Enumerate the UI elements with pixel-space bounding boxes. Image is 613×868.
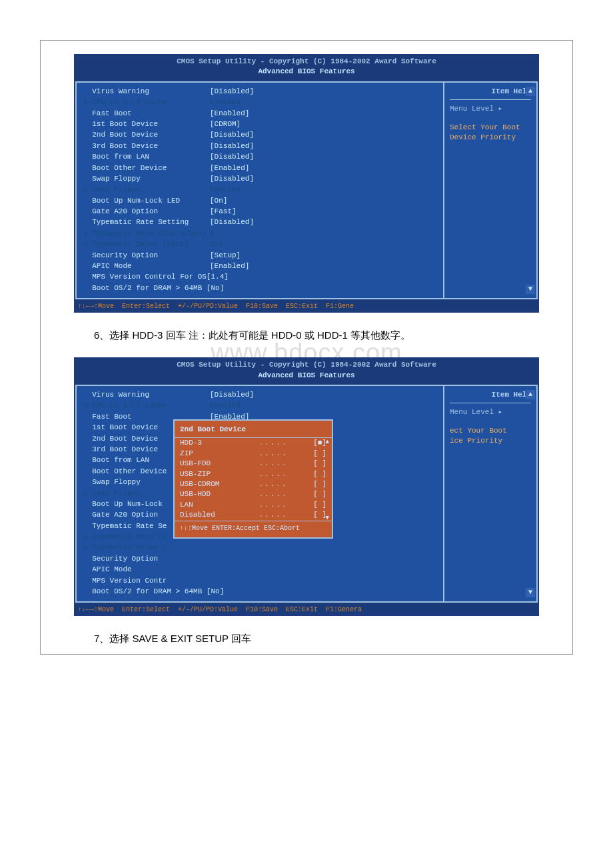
bios-help-panel: Item Help Menu Level ▸ Select Your Boot …	[443, 83, 536, 298]
bios-setting-row[interactable]: Boot OS/2 for DRAM > 64MB [No]	[83, 283, 436, 293]
popup-option[interactable]: Disabled.....[ ]	[175, 510, 332, 520]
setting-label: Fast Boot	[83, 109, 210, 119]
setting-label: Typematic Rate Setting	[83, 217, 210, 227]
bios-help-panel: Item Help Menu Level ▸ ect Your Boot ice…	[443, 386, 536, 601]
document-page: CMOS Setup Utility - Copyright (C) 1984-…	[40, 40, 573, 655]
scroll-up-icon[interactable]: ▲	[526, 87, 535, 96]
setting-value: [On]	[210, 196, 227, 206]
option-name: USB-CDROM	[180, 479, 240, 489]
setting-value: [Disabled]	[210, 390, 254, 400]
bios-setting-row[interactable]: MPS Version Control For OS[1.4]	[83, 272, 436, 282]
setting-label: Boot OS/2 for DRAM > 64MB [No]	[83, 587, 210, 597]
popup-option[interactable]: USB-CDROM.....[ ]	[175, 479, 332, 489]
option-dots: .....	[240, 489, 306, 499]
help-text-line2: ice Priority	[450, 436, 531, 446]
bios-setting-row[interactable]: Virus Warning[Disabled]	[83, 87, 436, 97]
bios-setting-row[interactable]: APIC Mode	[83, 565, 436, 575]
popup-option[interactable]: USB-FDD.....[ ]	[175, 459, 332, 469]
popup-title: 2nd Boot Device	[175, 425, 332, 438]
bios-footer-keys: ↑↓←→:Move Enter:Select +/-/PU/PD:Value F…	[74, 301, 539, 313]
option-name: Disabled	[180, 510, 240, 520]
option-dots: .....	[240, 438, 306, 448]
bios-title-line1: CMOS Setup Utility - Copyright (C) 1984-…	[74, 360, 539, 370]
bios-setting-row[interactable]: Boot from LAN[Disabled]	[83, 152, 436, 162]
popup-option[interactable]: USB-HDD.....[ ]	[175, 489, 332, 499]
setting-label: 1st Boot Device	[83, 119, 210, 129]
bios-setting-row[interactable]: Security Option[Setup]	[83, 251, 436, 261]
bios-body: Virus Warning[Disabled]x CPU L1 & L2 Cac…	[75, 81, 538, 299]
bios-setting-row[interactable]: Boot OS/2 for DRAM > 64MB [No]	[83, 587, 436, 597]
bios-setting-row[interactable]: Security Option	[83, 554, 436, 564]
bios-title-line1: CMOS Setup Utility - Copyright (C) 1984-…	[74, 57, 539, 67]
setting-value: [Enabled]	[210, 261, 249, 271]
bios-title-line2: Advanced BIOS Features	[74, 67, 539, 77]
setting-label: x Typematic Delay (Msec)	[83, 239, 210, 249]
bios-setting-row: x Typematic Rate (Chars/Sec)6	[83, 229, 436, 239]
setting-label: APIC Mode	[83, 565, 210, 575]
option-name: USB-ZIP	[180, 469, 240, 479]
bios-setting-row[interactable]: 2nd Boot Device[Disabled]	[83, 130, 436, 140]
setting-label: Boot from LAN	[83, 152, 210, 162]
setting-label: MPS Version Control For OS[1.4]	[83, 272, 210, 282]
bios-settings-panel: Virus Warning[Disabled]x CPU L1 & L2 Cac…	[77, 83, 443, 298]
setting-label: x CPU L1 & L2 Cache	[83, 401, 210, 411]
setting-value: [CDROM]	[210, 119, 241, 129]
setting-label: Security Option	[83, 251, 210, 261]
help-title: Item Help	[450, 87, 531, 100]
bios-title-line2: Advanced BIOS Features	[74, 371, 539, 381]
setting-label: x Typematic Delay (	[83, 543, 210, 553]
bios-screenshot-1: CMOS Setup Utility - Copyright (C) 1984-…	[74, 54, 539, 313]
bios-setting-row[interactable]: 3rd Boot Device[Disabled]	[83, 141, 436, 151]
option-marker: [ ]	[306, 469, 326, 479]
popup-option[interactable]: ZIP.....[ ]	[175, 449, 332, 459]
bios-setting-row[interactable]: Typematic Rate Setting[Disabled]	[83, 217, 436, 227]
option-dots: .....	[240, 479, 306, 489]
popup-option[interactable]: LAN.....[ ]	[175, 500, 332, 510]
option-dots: .....	[240, 449, 306, 459]
bios-setting-row[interactable]: Boot Other Device[Enabled]	[83, 163, 436, 173]
setting-label: Swap Floppy	[83, 174, 210, 184]
bios-setting-row[interactable]: 1st Boot Device[CDROM]	[83, 119, 436, 129]
popup-option[interactable]: USB-ZIP.....[ ]	[175, 469, 332, 479]
setting-label: Boot Other Device	[83, 163, 210, 173]
setting-value: Enabled	[210, 185, 241, 195]
popup-scroll-up-icon[interactable]: ▲	[326, 438, 329, 447]
popup-option[interactable]: HDD-3.....[■]	[175, 438, 332, 448]
setting-value: [Enabled]	[210, 163, 249, 173]
scroll-down-icon[interactable]: ▼	[526, 588, 535, 597]
bios-setting-row[interactable]: MPS Version Contr	[83, 576, 436, 586]
setting-label: Virus Warning	[83, 87, 210, 97]
scroll-down-icon[interactable]: ▼	[526, 285, 535, 294]
setting-value: [Disabled]	[210, 174, 254, 184]
option-dots: .....	[240, 469, 306, 479]
bios-header: CMOS Setup Utility - Copyright (C) 1984-…	[74, 357, 539, 383]
bios-setting-row[interactable]: Swap Floppy[Disabled]	[83, 174, 436, 184]
bios-body: Virus Warning[Disabled]x CPU L1 & L2 Cac…	[75, 385, 538, 603]
setting-label: x Typematic Rate (Chars/Sec)	[83, 229, 210, 239]
setting-label: 3rd Boot Device	[83, 141, 210, 151]
bios-setting-row[interactable]: APIC Mode[Enabled]	[83, 261, 436, 271]
bios-setting-row: x Typematic Delay (Msec)250	[83, 239, 436, 249]
option-name: USB-HDD	[180, 489, 240, 499]
bios-setting-row[interactable]: Gate A20 Option[Fast]	[83, 207, 436, 217]
setting-value: [Enabled]	[210, 109, 249, 119]
option-marker: [ ]	[306, 449, 326, 459]
instruction-step-7: 7、选择 SAVE & EXIT SETUP 回车	[74, 629, 539, 647]
scroll-up-icon[interactable]: ▲	[526, 390, 535, 399]
setting-value: [Setup]	[210, 251, 241, 261]
setting-label: Boot Up Num-Lock LED	[83, 196, 210, 206]
bios-setting-row[interactable]: Fast Boot[Enabled]	[83, 109, 436, 119]
setting-value: Enabled	[210, 401, 241, 411]
bios-setting-row[interactable]: Virus Warning[Disabled]	[83, 390, 436, 400]
option-marker: [ ]	[306, 479, 326, 489]
bios-setting-row: x Typematic Delay (	[83, 543, 436, 553]
setting-value: [Disabled]	[210, 87, 254, 97]
setting-value: [Disabled]	[210, 217, 254, 227]
bios-setting-row: x CPU L1 & L2 CacheEnabled	[83, 97, 436, 107]
bios-setting-row[interactable]: Boot Up Num-Lock LED[On]	[83, 196, 436, 206]
popup-scroll-down-icon[interactable]: ▼	[326, 514, 329, 523]
option-dots: .....	[240, 510, 306, 520]
help-text-line1: ect Your Boot	[450, 426, 531, 436]
popup-footer-keys: ↑↓:Move ENTER:Accept ESC:Abort	[175, 521, 332, 533]
help-text-line1: Select Your Boot	[450, 123, 531, 133]
